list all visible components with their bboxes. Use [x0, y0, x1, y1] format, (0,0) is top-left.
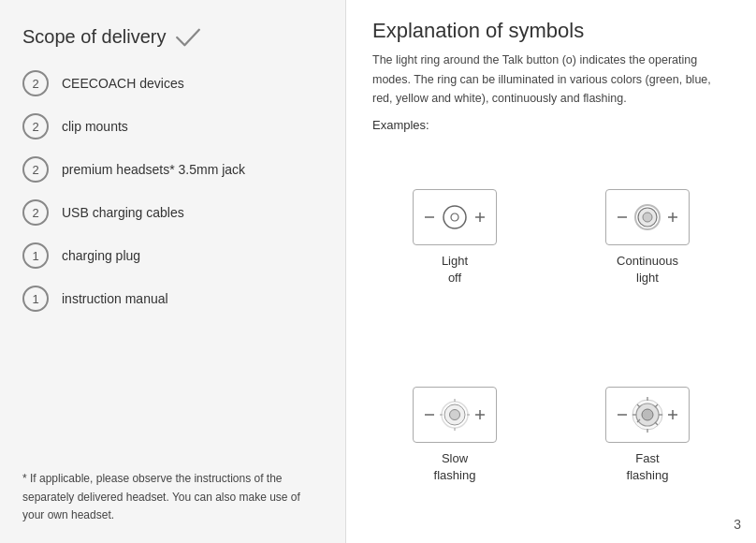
- symbol-box-continuous: [605, 189, 690, 245]
- item-label: CEECOACH devices: [62, 76, 184, 91]
- symbol-item-fast-flash: Fastflashing: [565, 387, 730, 484]
- svg-point-8: [643, 213, 652, 222]
- item-count: 2: [22, 156, 49, 183]
- symbol-box-slow-flash: [413, 387, 497, 443]
- item-count: 2: [22, 113, 49, 139]
- checkmark-icon: [175, 28, 201, 47]
- examples-label: Examples:: [372, 118, 730, 132]
- item-label: USB charging cables: [62, 205, 184, 220]
- section-description: The light ring around the Talk button (o…: [372, 51, 730, 109]
- symbol-box-fast-flash: [605, 387, 690, 443]
- svg-point-2: [451, 213, 458, 221]
- symbols-grid: Lightoff Continuouslight: [372, 149, 730, 524]
- delivery-item: 1 instruction manual: [22, 286, 323, 312]
- knob-continuous-icon: [610, 194, 685, 241]
- symbol-item-light-off: Lightoff: [372, 189, 537, 286]
- left-panel: Scope of delivery 2 CEECOACH devices 2 c…: [0, 0, 346, 543]
- item-label: clip mounts: [62, 119, 128, 134]
- symbol-item-continuous: Continuouslight: [565, 189, 730, 286]
- scope-title: Scope of delivery: [22, 26, 323, 48]
- footnote: * If applicable, please observe the inst…: [22, 470, 323, 524]
- right-panel: Explanation of symbols The light ring ar…: [346, 0, 756, 543]
- symbol-label-light-off: Lightoff: [442, 253, 468, 286]
- delivery-items: 2 CEECOACH devices 2 clip mounts 2 premi…: [22, 70, 323, 312]
- svg-point-24: [642, 409, 653, 420]
- knob-slow-flash-icon: [417, 391, 492, 438]
- knob-light-off-icon: [417, 194, 492, 241]
- item-count: 2: [22, 199, 49, 226]
- svg-point-14: [450, 409, 460, 419]
- delivery-item: 2 CEECOACH devices: [22, 70, 323, 96]
- item-count: 2: [22, 70, 49, 96]
- section-title: Explanation of symbols: [372, 19, 730, 43]
- knob-fast-flash-icon: [610, 391, 685, 438]
- item-count: 1: [22, 286, 49, 312]
- item-label: charging plug: [62, 248, 140, 263]
- item-label: instruction manual: [62, 291, 168, 306]
- item-count: 1: [22, 242, 49, 269]
- delivery-item: 2 premium headsets* 3.5mm jack: [22, 156, 323, 183]
- delivery-item: 2 clip mounts: [22, 113, 323, 139]
- delivery-item: 1 charging plug: [22, 242, 323, 269]
- scope-title-text: Scope of delivery: [22, 26, 166, 48]
- symbol-label-fast-flash: Fastflashing: [627, 450, 669, 484]
- symbol-item-slow-flash: Slowflashing: [372, 387, 537, 484]
- item-label: premium headsets* 3.5mm jack: [62, 162, 245, 177]
- delivery-item: 2 USB charging cables: [22, 199, 323, 226]
- svg-point-1: [443, 206, 466, 228]
- symbol-label-slow-flash: Slowflashing: [434, 450, 476, 484]
- symbol-box-light-off: [413, 189, 497, 245]
- page-number: 3: [734, 517, 741, 532]
- symbol-label-continuous: Continuouslight: [617, 253, 678, 286]
